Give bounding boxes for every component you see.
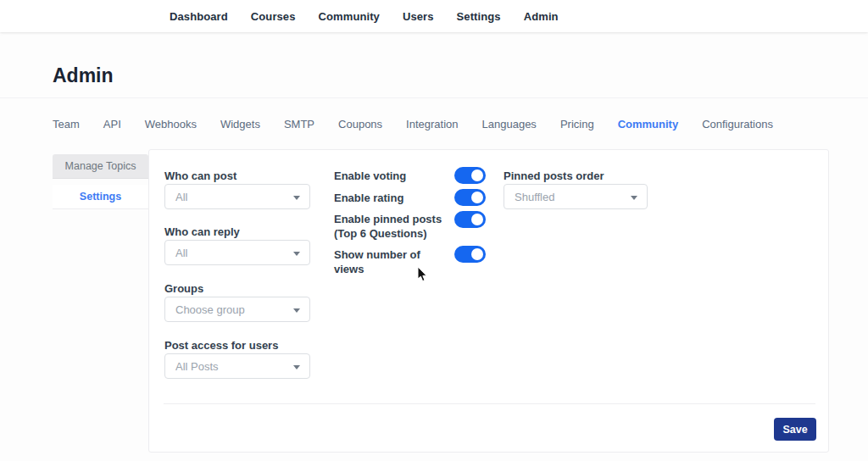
toggle-knob <box>471 192 483 203</box>
enable-rating-label: Enable rating <box>334 191 448 205</box>
form-column-dropdowns: Who can post All Who can reply All Group… <box>164 150 317 404</box>
show-number-of-views-toggle[interactable] <box>454 246 486 263</box>
nav-item-dashboard[interactable]: Dashboard <box>170 10 228 23</box>
chevron-down-icon <box>293 196 300 200</box>
admin-tabs: Team API Webhooks Widgets SMTP Coupons I… <box>53 118 773 131</box>
enable-rating-toggle[interactable] <box>454 189 486 206</box>
tab-widgets[interactable]: Widgets <box>220 118 260 131</box>
chevron-down-icon <box>293 252 300 256</box>
tab-coupons[interactable]: Coupons <box>338 118 382 131</box>
tab-api[interactable]: API <box>103 118 121 131</box>
tab-languages[interactable]: Languages <box>482 118 537 131</box>
header-divider <box>0 97 868 98</box>
admin-community-settings-page: Dashboard Courses Community Users Settin… <box>0 0 868 461</box>
enable-pinned-posts-toggle[interactable] <box>454 211 486 228</box>
save-button[interactable]: Save <box>774 418 816 441</box>
chevron-down-icon <box>293 308 300 313</box>
who-can-reply-select[interactable]: All <box>164 240 310 265</box>
who-can-post-value: All <box>175 191 187 203</box>
post-access-label: Post access for users <box>164 339 278 352</box>
nav-item-community[interactable]: Community <box>319 10 380 23</box>
sidebar-item-manage-topics[interactable]: Manage Topics <box>53 154 148 179</box>
nav-item-settings[interactable]: Settings <box>457 10 501 23</box>
post-access-select[interactable]: All Posts <box>164 353 310 379</box>
tab-configurations[interactable]: Configurations <box>702 118 773 131</box>
page-title: Admin <box>53 64 114 87</box>
enable-pinned-posts-label: Enable pinned posts (Top 6 Questions) <box>334 212 448 241</box>
pinned-posts-order-value: Shuffled <box>515 191 554 203</box>
nav-item-users[interactable]: Users <box>403 10 434 23</box>
pinned-posts-order-label: Pinned posts order <box>504 169 604 182</box>
tab-integration[interactable]: Integration <box>406 118 458 131</box>
nav-item-admin[interactable]: Admin <box>524 10 559 23</box>
groups-label: Groups <box>164 282 203 295</box>
settings-panel: Who can post All Who can reply All Group… <box>148 149 829 453</box>
show-number-of-views-label: Show number of views <box>334 247 448 276</box>
enable-voting-toggle[interactable] <box>454 167 486 184</box>
chevron-down-icon <box>293 365 300 369</box>
enable-pinned-posts-label-line1: Enable pinned posts <box>334 213 442 225</box>
chevron-down-icon <box>631 196 637 200</box>
who-can-reply-label: Who can reply <box>164 225 240 238</box>
tab-smtp[interactable]: SMTP <box>284 118 314 131</box>
tab-team[interactable]: Team <box>53 118 80 131</box>
enable-voting-label: Enable voting <box>334 169 448 183</box>
sidebar-item-settings[interactable]: Settings <box>53 185 148 209</box>
groups-value: Choose group <box>175 303 245 316</box>
enable-pinned-posts-label-line2: (Top 6 Questions) <box>334 227 427 240</box>
pinned-posts-order-select[interactable]: Shuffled <box>504 184 648 209</box>
nav-item-courses[interactable]: Courses <box>251 10 296 23</box>
form-column-toggles: Enable voting Enable rating Enable pinne… <box>334 150 491 404</box>
footer-divider <box>164 403 815 404</box>
who-can-post-label: Who can post <box>164 169 236 182</box>
tab-community[interactable]: Community <box>618 118 679 131</box>
top-nav-items: Dashboard Courses Community Users Settin… <box>170 0 559 32</box>
toggle-knob <box>471 214 483 225</box>
toggle-knob <box>471 248 483 260</box>
tab-webhooks[interactable]: Webhooks <box>145 118 197 131</box>
form-column-pinned-order: Pinned posts order Shuffled <box>504 150 656 404</box>
top-navbar: Dashboard Courses Community Users Settin… <box>0 0 868 32</box>
post-access-value: All Posts <box>175 360 219 373</box>
who-can-reply-value: All <box>175 247 187 259</box>
toggle-knob <box>471 169 483 181</box>
groups-select[interactable]: Choose group <box>164 297 310 322</box>
tab-pricing[interactable]: Pricing <box>560 118 594 131</box>
who-can-post-select[interactable]: All <box>164 184 310 209</box>
